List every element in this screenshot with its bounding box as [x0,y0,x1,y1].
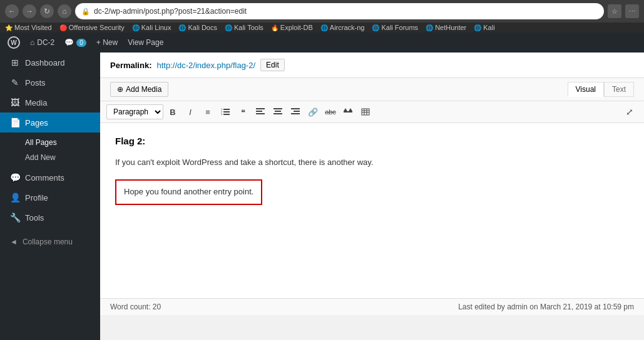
new-item[interactable]: + New [96,38,118,47]
sidebar-item-comments[interactable]: 💬 Comments [0,168,100,188]
sidebar-item-posts[interactable]: ✎ Posts [0,72,100,92]
align-center-button[interactable] [270,104,286,120]
ol-button[interactable]: 123 [217,104,233,120]
wp-logo: W [8,36,20,49]
sidebar-item-pages[interactable]: 📄 Pages [0,112,100,132]
link-button[interactable]: 🔗 [305,104,321,120]
svg-rect-6 [256,108,265,109]
svg-rect-7 [256,111,262,112]
permalink-bar: Permalink: http://dc-2/index.php/flag-2/… [100,52,644,78]
all-pages-link[interactable]: All Pages [0,135,100,150]
dashboard-label: Dashboard [25,58,65,68]
posts-icon: ✎ [10,78,20,88]
menu-button[interactable]: ⋯ [625,4,639,18]
permalink-link[interactable]: http://dc-2/index.php/flag-2/ [156,61,255,70]
kali-tools-icon: 🌐 [225,24,232,31]
editor-toolbar-top: ⊕ Add Media Visual Text [100,78,644,101]
text-tab[interactable]: Text [604,82,634,97]
svg-rect-10 [275,111,281,112]
comments-label: Comments [25,173,64,182]
bookmark-kali-forums[interactable]: 🌐 Kali Forums [372,24,418,31]
word-count-area: Word count: 20 [110,302,161,311]
collapse-menu[interactable]: ◄ Collapse menu [0,232,100,251]
pages-icon: 📄 [10,118,20,128]
bookmark-kali-linux[interactable]: 🌐 Kali Linux [132,24,171,31]
address-bar[interactable]: 🔒 dc-2/wp-admin/post.php?post=21&action=… [75,3,604,19]
new-label: + New [96,38,118,47]
strikethrough-button[interactable]: abc [322,104,339,120]
bookmark-aircrack[interactable]: 🌐 Aircrack-ng [320,24,365,31]
visual-tab[interactable]: Visual [568,82,604,97]
site-name-item[interactable]: ⌂ DC-2 [30,38,54,47]
bookmark-kali[interactable]: 🌐 Kali [474,24,494,31]
bookmark-kali-tools[interactable]: 🌐 Kali Tools [225,24,263,31]
fullscreen-button[interactable]: ⤢ [621,104,638,120]
bookmarks-bar: ⭐ Most Visited 🔴 Offensive Security 🌐 Ka… [0,22,644,32]
sidebar-item-tools[interactable]: 🔧 Tools [0,208,100,228]
media-icon: 🖼 [10,98,20,108]
sidebar: ⊞ Dashboard ✎ Posts 🖼 Media 📄 Pages All … [0,52,100,340]
word-count-label: Word count: [110,302,150,311]
bookmark-exploit-db[interactable]: 🔥 Exploit-DB [271,24,313,31]
add-media-button[interactable]: ⊕ Add Media [110,82,168,97]
view-page-label: View Page [128,38,163,47]
bookmark-offensive-security[interactable]: 🔴 Offensive Security [59,24,125,31]
svg-marker-16 [344,108,347,111]
svg-rect-12 [291,108,300,109]
permalink-edit-button[interactable]: Edit [260,59,285,71]
reload-button[interactable]: ↻ [40,4,54,18]
add-new-page-link[interactable]: Add New [0,150,100,165]
bookmark-most-visited[interactable]: ⭐ Most Visited [5,24,52,31]
svg-rect-2 [223,114,230,115]
hr-button[interactable] [340,104,356,120]
forward-button[interactable]: → [23,4,36,18]
aircrack-icon: 🌐 [320,24,328,31]
editor-body: If you can't exploit WordPress and take … [115,156,629,205]
editor-body-text: If you can't exploit WordPress and take … [115,156,629,169]
sidebar-item-profile[interactable]: 👤 Profile [0,188,100,208]
editor-footer: Word count: 20 Last edited by admin on M… [100,298,644,315]
tools-icon: 🔧 [10,212,20,222]
editor-content[interactable]: Flag 2: If you can't exploit WordPress a… [100,123,644,298]
last-edited: Last edited by admin on March 21, 2019 a… [458,302,634,311]
back-button[interactable]: ← [5,4,19,18]
home-icon: ⌂ [30,38,34,47]
exploit-db-icon: 🔥 [271,24,279,31]
posts-label: Posts [25,78,46,88]
highlighted-text: Hope you found another entry point. [124,187,253,196]
comments-item[interactable]: 💬 0 [64,38,86,47]
align-right-button[interactable] [287,104,304,120]
svg-rect-18 [362,109,369,115]
table-button[interactable] [357,104,374,120]
wp-logo-item[interactable]: W [8,36,20,49]
svg-rect-8 [256,113,265,114]
blockquote-button[interactable]: ❝ [235,104,251,120]
sidebar-item-media[interactable]: 🖼 Media [0,92,100,112]
svg-rect-15 [344,111,352,112]
highlighted-box: Hope you found another entry point. [115,179,262,205]
bookmark-kali-docs[interactable]: 🌐 Kali Docs [178,24,217,31]
dashboard-icon: ⊞ [10,58,20,68]
home-button[interactable]: ⌂ [58,4,71,18]
comments-icon: 💬 [10,172,20,182]
pages-label: Pages [25,118,48,128]
collapse-label: Collapse menu [23,238,73,246]
kali-forums-icon: 🌐 [372,24,379,31]
kali-docs-icon: 🌐 [178,24,186,31]
star-icon: ⭐ [5,24,13,31]
collapse-icon: ◄ [10,238,18,246]
visual-text-tabs: Visual Text [568,82,634,97]
bold-button[interactable]: B [165,104,181,120]
bookmark-nethunter[interactable]: 🌐 NetHunter [426,24,466,31]
admin-topbar: W ⌂ DC-2 💬 0 + New View Page [0,32,644,52]
view-page-item[interactable]: View Page [128,38,163,47]
sidebar-item-dashboard[interactable]: ⊞ Dashboard [0,52,100,72]
site-name: DC-2 [37,38,54,47]
align-left-button[interactable] [252,104,268,120]
italic-button[interactable]: I [182,104,198,120]
ul-button[interactable]: ≡ [200,104,216,120]
kali-icon: 🌐 [132,24,140,31]
bookmarks-button[interactable]: ☆ [608,4,621,18]
paragraph-select[interactable]: Paragraph [106,104,163,119]
tools-label: Tools [25,213,44,222]
